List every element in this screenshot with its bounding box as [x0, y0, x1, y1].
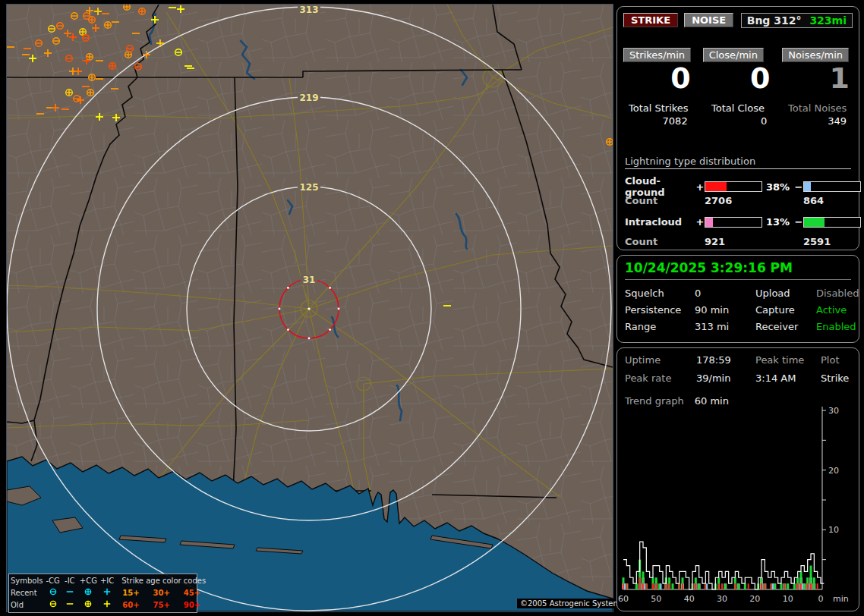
persistence-label: Persistence: [625, 304, 695, 316]
ic-minus-count: 2591: [803, 236, 853, 247]
minus-sign: −: [794, 181, 803, 193]
legend-age-title: Strike age color codes: [115, 575, 207, 586]
trend-graph-label: Trend graph: [625, 395, 684, 407]
legend-old-label: Old: [9, 599, 44, 611]
recent-ic-minus-icon: [61, 586, 78, 599]
svg-text:20: 20: [828, 466, 839, 476]
plus-sign: +: [695, 181, 705, 193]
svg-text:30: 30: [828, 406, 839, 416]
old-ic-minus-icon: [61, 599, 78, 611]
bearing-value: Bng 312°: [747, 14, 802, 27]
legend-recent-row: Recent 15+ 30+ 45+: [9, 586, 207, 599]
ic-minus-bar: [803, 217, 861, 228]
svg-text:min: min: [833, 594, 849, 604]
symbol-legend: Symbols -CG -IC +CG +IC Strike age color…: [8, 574, 197, 613]
intracloud-label: Intracloud: [625, 216, 695, 228]
range-label: Range: [625, 321, 695, 332]
capture-label: Capture: [755, 304, 816, 316]
close-per-min-label: Close/min: [703, 48, 764, 62]
legend-recent-label: Recent: [9, 586, 44, 599]
ic-plus-bar: [705, 217, 762, 228]
age-60: 60+: [115, 599, 146, 611]
ring-label-313: 313: [299, 5, 318, 15]
map-canvas: 313 219 125 31: [7, 5, 613, 611]
upload-label: Upload: [755, 288, 816, 299]
plus-sign: +: [695, 216, 705, 228]
svg-text:30: 30: [717, 594, 727, 604]
cg-plus-bar: [705, 181, 762, 192]
cg-count-label: Count: [625, 195, 705, 206]
svg-text:0: 0: [818, 594, 824, 604]
close-per-min-value: 0: [703, 62, 774, 96]
ring-label-125: 125: [299, 182, 318, 193]
plot-label: Plot: [821, 354, 851, 366]
total-close-label: Total Close: [703, 102, 774, 114]
datetime-display: 10/24/2025 3:29:16 PM: [625, 260, 851, 280]
plot-mode-value: Strike: [821, 372, 851, 384]
cg-plus-pct: 38%: [762, 181, 794, 193]
total-strikes-label: Total Strikes: [623, 102, 694, 114]
old-ic-plus-icon: [99, 599, 115, 611]
recent-ic-plus-icon: [99, 586, 115, 599]
recent-cg-plus-icon: [78, 586, 99, 599]
noise-toggle-button[interactable]: NOISE: [684, 13, 733, 27]
trend-graph: 1020306050403020100min: [617, 406, 859, 609]
legend-neg-cg-label: -CG: [44, 575, 61, 586]
receiver-label: Receiver: [755, 321, 816, 332]
bearing-range-value: 323mi: [809, 14, 847, 27]
strikes-per-min-label: Strikes/min: [623, 48, 691, 62]
strike-counters-panel: STRIKE NOISE Bng 312° 323mi Strikes/min …: [616, 6, 859, 250]
bearing-display: Bng 312° 323mi: [741, 13, 853, 28]
receiver-state: Enabled: [816, 321, 859, 332]
distribution-title: Lightning type distribution: [625, 156, 851, 169]
receiver-status-panel: 10/24/2025 3:29:16 PM Squelch 0 Upload D…: [616, 255, 859, 343]
age-75: 75+: [147, 599, 177, 611]
squelch-label: Squelch: [625, 288, 695, 299]
persistence-value: 90 min: [695, 304, 755, 316]
svg-text:20: 20: [749, 594, 760, 604]
ic-count-label: Count: [625, 236, 705, 247]
legend-old-row: Old 60+ 75+ 90+: [9, 599, 207, 611]
age-90: 90+: [177, 599, 207, 611]
total-noises-label: Total Noises: [782, 102, 853, 114]
svg-text:10: 10: [828, 525, 839, 535]
recent-cg-minus-icon: [44, 586, 61, 599]
upload-state: Disabled: [816, 288, 859, 299]
copyright-notice: ©2005 Astrogenic Systems: [517, 599, 627, 608]
capture-state: Active: [816, 304, 859, 316]
svg-text:40: 40: [684, 594, 695, 604]
uptime-value: 178:59: [696, 354, 755, 366]
noises-per-min-value: 1: [782, 62, 853, 96]
age-15: 15+: [115, 586, 146, 599]
cg-plus-count: 2706: [705, 195, 803, 206]
peak-rate-value: 39/min: [696, 372, 755, 384]
age-30: 30+: [147, 586, 177, 599]
svg-text:60: 60: [618, 594, 629, 604]
strike-toggle-button[interactable]: STRIKE: [623, 13, 678, 27]
ic-plus-count: 921: [705, 236, 803, 247]
legend-pos-ic-label: +IC: [99, 575, 115, 586]
trend-window-value: 60 min: [695, 395, 729, 407]
peak-rate-label: Peak rate: [625, 372, 696, 384]
svg-text:50: 50: [651, 594, 661, 604]
total-noises-value: 349: [782, 115, 853, 127]
ring-label-219: 219: [299, 93, 318, 103]
legend-header-row: Symbols -CG -IC +CG +IC Strike age color…: [9, 575, 207, 586]
ring-label-31: 31: [303, 275, 316, 285]
minus-sign: −: [794, 216, 803, 228]
trend-graph-panel: Uptime 178:59 Peak time Plot Peak rate 3…: [616, 347, 859, 611]
age-45: 45+: [177, 586, 207, 599]
old-cg-minus-icon: [44, 599, 61, 611]
total-close-value: 0: [703, 115, 774, 127]
cg-minus-pct: 12%: [861, 181, 864, 193]
legend-pos-cg-label: +CG: [78, 575, 99, 586]
peak-time-value: 3:14 AM: [755, 372, 821, 384]
cg-minus-count: 864: [803, 195, 853, 206]
squelch-value: 0: [695, 288, 755, 299]
legend-symbols-label: Symbols: [9, 575, 44, 586]
total-strikes-value: 7082: [623, 115, 694, 127]
legend-neg-ic-label: -IC: [61, 575, 78, 586]
old-cg-plus-icon: [78, 599, 99, 611]
noises-per-min-label: Noises/min: [782, 48, 849, 62]
lightning-map[interactable]: 313 219 125 31 Symbols -CG -IC +CG +IC S…: [6, 4, 613, 612]
